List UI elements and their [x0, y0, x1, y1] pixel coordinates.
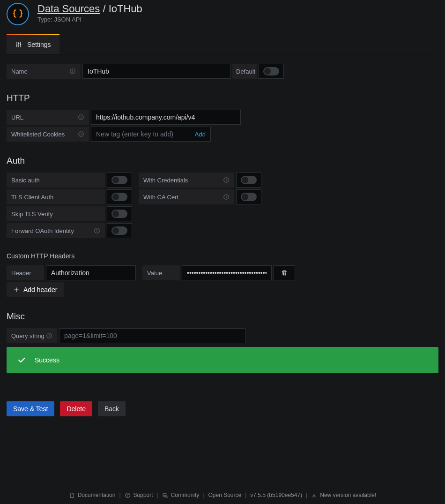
footer-version: v7.5.5 (b5190ee547) — [250, 492, 302, 498]
info-icon[interactable] — [78, 114, 84, 120]
svg-point-1 — [18, 43, 20, 44]
success-alert: Success — [7, 347, 438, 373]
header-name-label: Header — [7, 265, 44, 280]
sliders-icon — [15, 41, 22, 48]
query-string-input[interactable] — [59, 328, 245, 343]
header-name-input[interactable] — [46, 265, 136, 280]
trash-icon — [281, 269, 288, 277]
default-label: Default — [232, 64, 257, 79]
with-ca-cert-toggle[interactable] — [236, 189, 261, 204]
back-button[interactable]: Back — [98, 401, 126, 416]
add-header-button[interactable]: Add header — [7, 282, 64, 297]
delete-header-button[interactable] — [274, 265, 295, 280]
download-icon — [311, 492, 317, 498]
json-braces-icon — [12, 8, 24, 20]
page-header: Data Sources / IoTHub Type: JSON API — [7, 0, 438, 34]
http-section-title: HTTP — [7, 93, 438, 103]
svg-point-0 — [16, 45, 18, 46]
breadcrumb-current: IoTHub — [109, 3, 142, 15]
url-label: URL — [7, 110, 89, 125]
footer-docs-link[interactable]: Documentation — [69, 492, 116, 498]
page-subtitle: Type: JSON API — [37, 16, 142, 23]
query-string-label: Query string — [7, 328, 57, 343]
question-icon — [125, 492, 131, 498]
page-title: Data Sources / IoTHub — [37, 3, 142, 15]
success-alert-text: Success — [35, 356, 59, 364]
svg-point-2 — [20, 44, 22, 45]
plugin-logo — [7, 3, 29, 25]
default-toggle[interactable] — [259, 64, 284, 79]
with-ca-cert-label: With CA Cert — [139, 189, 234, 204]
name-label: Name — [7, 64, 81, 79]
action-bar: Save & Test Delete Back — [7, 401, 438, 416]
info-icon[interactable] — [46, 332, 52, 339]
info-icon[interactable] — [223, 194, 230, 200]
skip-tls-verify-label: Skip TLS Verify — [7, 206, 105, 221]
with-credentials-label: With Credentials — [139, 173, 234, 188]
info-icon[interactable] — [223, 177, 230, 183]
whitelisted-cookies-input[interactable]: New tag (enter key to add) Add — [91, 127, 211, 142]
info-icon[interactable] — [69, 68, 76, 75]
plus-icon — [13, 286, 20, 293]
page-footer: Documentation | Support | Community | Op… — [0, 492, 445, 498]
add-tag-link[interactable]: Add — [195, 131, 206, 138]
comments-icon — [162, 492, 168, 498]
footer-support-link[interactable]: Support — [125, 492, 153, 498]
with-credentials-toggle[interactable] — [236, 173, 261, 188]
save-and-test-button[interactable]: Save & Test — [7, 401, 54, 416]
header-value-input[interactable] — [182, 265, 272, 280]
misc-section-title: Misc — [7, 311, 438, 322]
footer-community-link[interactable]: Community — [162, 492, 200, 498]
basic-auth-toggle[interactable] — [107, 173, 132, 188]
tls-client-auth-toggle[interactable] — [107, 189, 132, 204]
forward-oauth-label: Forward OAuth Identity — [7, 223, 105, 238]
tab-settings[interactable]: Settings — [7, 34, 59, 54]
whitelisted-cookies-label: Whitelisted Cookies — [7, 127, 89, 142]
delete-button[interactable]: Delete — [60, 401, 92, 416]
footer-opensource: Open Source — [208, 492, 242, 498]
name-input[interactable] — [82, 64, 230, 79]
document-icon — [69, 492, 75, 498]
tab-settings-label: Settings — [27, 41, 51, 48]
check-icon — [17, 355, 26, 365]
breadcrumb-root-link[interactable]: Data Sources — [37, 3, 100, 15]
header-value-label: Value — [142, 265, 180, 280]
auth-section-title: Auth — [7, 156, 438, 166]
info-icon[interactable] — [94, 227, 100, 234]
custom-headers-title: Custom HTTP Headers — [7, 252, 438, 260]
tls-client-auth-label: TLS Client Auth — [7, 189, 105, 204]
tab-bar: Settings — [7, 34, 438, 54]
footer-update-link[interactable]: New version available! — [311, 492, 376, 498]
forward-oauth-toggle[interactable] — [107, 223, 132, 238]
basic-auth-label: Basic auth — [7, 173, 105, 188]
info-icon[interactable] — [78, 131, 84, 137]
url-input[interactable] — [91, 110, 241, 125]
skip-tls-verify-toggle[interactable] — [107, 206, 132, 221]
